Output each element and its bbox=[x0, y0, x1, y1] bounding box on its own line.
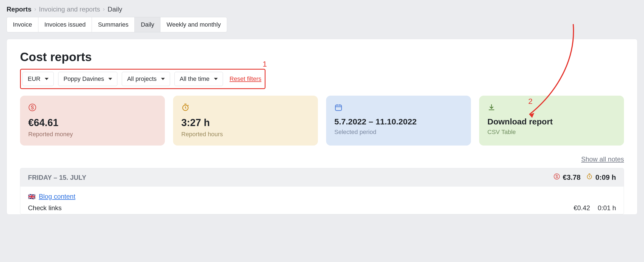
reported-money-value: €64.61 bbox=[28, 117, 157, 129]
download-icon bbox=[487, 103, 616, 112]
page-title: Cost reports bbox=[20, 50, 624, 64]
breadcrumb-root[interactable]: Reports bbox=[7, 5, 32, 13]
reported-money-label: Reported money bbox=[28, 131, 157, 138]
calendar-icon bbox=[334, 103, 463, 112]
chevron-right-icon: › bbox=[103, 6, 105, 13]
day-body: 🇬🇧 Blog content Check links €0.42 0:01 h bbox=[20, 187, 624, 214]
annotation-2: 2 bbox=[528, 97, 533, 106]
day-title: FRIDAY – 15. JULY bbox=[28, 174, 86, 181]
chevron-down-icon bbox=[161, 78, 165, 80]
period-dropdown[interactable]: All the time bbox=[174, 72, 223, 86]
reported-hours-value: 3:27 h bbox=[181, 117, 310, 129]
flag-icon: 🇬🇧 bbox=[28, 193, 35, 200]
period-value: All the time bbox=[180, 75, 210, 82]
show-all-notes: Show all notes bbox=[20, 155, 624, 163]
stopwatch-icon bbox=[586, 173, 593, 182]
breadcrumb-mid[interactable]: Invoicing and reports bbox=[39, 5, 100, 13]
reset-filters-link[interactable]: Reset filters bbox=[230, 75, 261, 82]
task-name: Check links bbox=[28, 204, 62, 212]
show-all-notes-link[interactable]: Show all notes bbox=[581, 155, 624, 163]
view-tabs: Invoice Invoices issued Summaries Daily … bbox=[7, 17, 227, 32]
card-reported-money: €64.61 Reported money bbox=[20, 96, 165, 146]
person-dropdown[interactable]: Poppy Davines bbox=[58, 72, 117, 86]
chevron-right-icon: › bbox=[34, 6, 36, 13]
download-report-sub: CSV Table bbox=[487, 129, 616, 136]
tab-invoices-issued[interactable]: Invoices issued bbox=[38, 17, 92, 32]
selected-period-label: Selected period bbox=[334, 129, 463, 136]
tab-weekly-monthly[interactable]: Weekly and monthly bbox=[160, 17, 227, 32]
tab-invoice[interactable]: Invoice bbox=[7, 17, 38, 32]
breadcrumb-leaf: Daily bbox=[108, 5, 122, 13]
project-link[interactable]: Blog content bbox=[39, 193, 75, 200]
filters-group: 1 EUR Poppy Davines All projects All the… bbox=[20, 69, 265, 89]
chevron-down-icon bbox=[108, 78, 112, 80]
summary-cards: €64.61 Reported money 3:27 h Reported ho… bbox=[20, 96, 624, 146]
download-report-title: Download report bbox=[487, 117, 616, 126]
breadcrumb: Reports › Invoicing and reports › Daily bbox=[0, 0, 644, 13]
currency-value: EUR bbox=[28, 75, 40, 82]
card-reported-hours: 3:27 h Reported hours bbox=[173, 96, 318, 146]
task-amount: €0.42 bbox=[574, 204, 590, 212]
tab-summaries[interactable]: Summaries bbox=[92, 17, 135, 32]
reported-hours-label: Reported hours bbox=[181, 131, 310, 138]
svg-rect-2 bbox=[335, 105, 342, 110]
task-time: 0:01 h bbox=[598, 204, 616, 212]
card-download-report[interactable]: Download report CSV Table bbox=[479, 96, 624, 146]
selected-period-value: 5.7.2022 – 11.10.2022 bbox=[334, 117, 463, 126]
day-header: FRIDAY – 15. JULY €3.78 0:09 h bbox=[20, 168, 624, 187]
task-row: Check links €0.42 0:01 h bbox=[28, 204, 616, 214]
money-icon bbox=[28, 103, 157, 112]
stopwatch-icon bbox=[181, 103, 310, 112]
chevron-down-icon bbox=[45, 78, 49, 80]
currency-dropdown[interactable]: EUR bbox=[22, 72, 54, 86]
day-amount: €3.78 bbox=[563, 173, 581, 182]
card-selected-period: 5.7.2022 – 11.10.2022 Selected period bbox=[326, 96, 471, 146]
tab-daily[interactable]: Daily bbox=[135, 17, 160, 32]
main-panel: Cost reports 1 EUR Poppy Davines All pro… bbox=[7, 39, 637, 215]
person-value: Poppy Davines bbox=[63, 75, 104, 82]
day-time: 0:09 h bbox=[595, 173, 616, 182]
chevron-down-icon bbox=[214, 78, 218, 80]
annotation-1: 1 bbox=[262, 60, 267, 69]
project-value: All projects bbox=[127, 75, 157, 82]
money-icon bbox=[553, 173, 560, 182]
project-dropdown[interactable]: All projects bbox=[122, 72, 170, 86]
day-section: FRIDAY – 15. JULY €3.78 0:09 h 🇬🇧 bbox=[20, 168, 624, 214]
